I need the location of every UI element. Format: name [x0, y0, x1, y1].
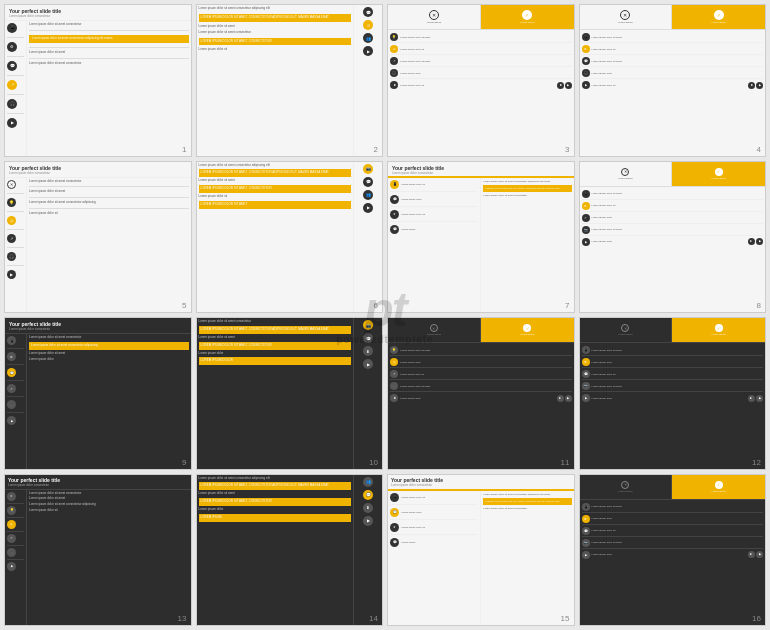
- slide-7-number: 7: [565, 301, 569, 310]
- slide-10-number: 10: [369, 458, 378, 467]
- slide-15[interactable]: Your perfect slide title Lorem ipsum dol…: [387, 474, 575, 627]
- slide-11-number: 11: [561, 458, 570, 467]
- slide-4[interactable]: ✕ Lorem ipsum ✓ Lorem ipsum 📱 Lorem ipsu…: [579, 4, 767, 157]
- slide-14[interactable]: Lorem ipsum dolor sit amet consectetur a…: [196, 474, 384, 627]
- slide-13-number: 13: [178, 614, 187, 623]
- slide-1[interactable]: Your perfect slide title Lorem ipsum dol…: [4, 4, 192, 157]
- slide-4-number: 4: [757, 145, 761, 154]
- slide-12[interactable]: ✕ Lorem ipsum ✓ Lorem ipsum 📱 Lorem ipsu…: [579, 317, 767, 470]
- slide-2-number: 2: [374, 145, 378, 154]
- slide-15-number: 15: [561, 614, 570, 623]
- slide-1-text-1: Lorem ipsum dolor sit amet consectetur: [29, 23, 189, 27]
- slide-9-number: 9: [182, 458, 186, 467]
- slide-8-number: 8: [757, 301, 761, 310]
- slide-1-text-3: Lorem ipsum dolor sit amet: [29, 51, 189, 55]
- slide-2-left-text: Lorem ipsum dolor sit amet consectetur a…: [199, 7, 352, 11]
- slide-10[interactable]: Lorem ipsum dolor sit amet consectetur L…: [196, 317, 384, 470]
- slide-13[interactable]: Your perfect slide title Lorem ipsum dol…: [4, 474, 192, 627]
- slide-3[interactable]: ✕ Lorem ipsum ✓ Lorem ipsum 💡 Lorem ipsu…: [387, 4, 575, 157]
- slide-6-number: 6: [374, 301, 378, 310]
- slide-11[interactable]: ✕ Lorem ipsum ✓ Lorem ipsum 💡 Lorem ipsu…: [387, 317, 575, 470]
- slide-8[interactable]: ✕ Lorem ipsum ✓ Lorem ipsum 📱 Lorem ipsu…: [579, 161, 767, 314]
- slide-6[interactable]: Lorem ipsum dolor sit amet consectetur a…: [196, 161, 384, 314]
- slide-7[interactable]: Your perfect slide title Lorem ipsum dol…: [387, 161, 575, 314]
- slide-5-subtitle: Lorem ipsum dolor consectetur: [9, 171, 187, 175]
- slide-1-text-4: Lorem ipsum dolor sit amet consectetur: [29, 62, 189, 66]
- slide-5[interactable]: Your perfect slide title Lorem ipsum dol…: [4, 161, 192, 314]
- slides-grid: Your perfect slide title Lorem ipsum dol…: [0, 0, 770, 630]
- slide-1-subtitle: Lorem ipsum dolor consectetur: [9, 14, 187, 18]
- slide-9[interactable]: Your perfect slide title Lorem ipsum dol…: [4, 317, 192, 470]
- slide-16[interactable]: ✕ Lorem ipsum ✓ Lorem ipsum 📱 Lorem ipsu…: [579, 474, 767, 627]
- slide-12-number: 12: [752, 458, 761, 467]
- slide-5-number: 5: [182, 301, 186, 310]
- slide-1-text-2: Lorem ipsum dolor sit amet consectetur a…: [32, 37, 186, 41]
- slide-3-number: 3: [565, 145, 569, 154]
- slide-1-number: 1: [182, 145, 186, 154]
- slide-14-number: 14: [369, 614, 378, 623]
- slide-16-number: 16: [752, 614, 761, 623]
- slide-2[interactable]: Lorem ipsum dolor sit amet consectetur a…: [196, 4, 384, 157]
